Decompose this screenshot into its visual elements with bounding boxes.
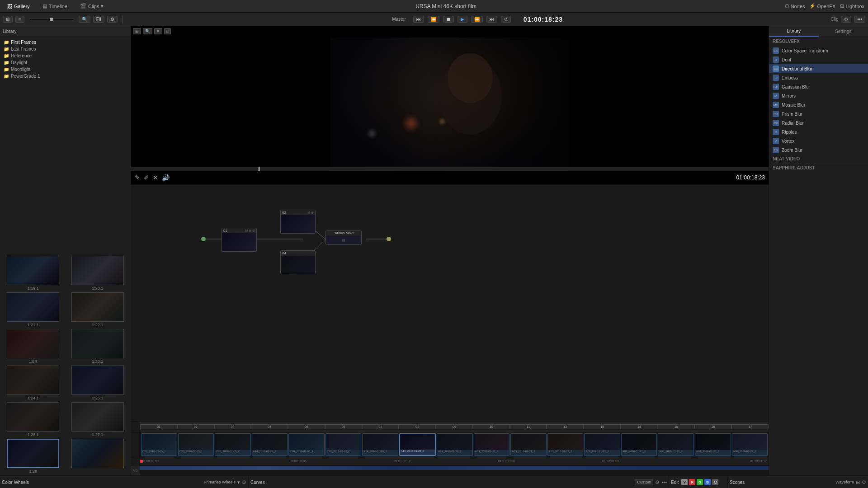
thumb-7[interactable]: 1:25.1	[66, 366, 129, 400]
node-01[interactable]: 01 M ⊕ ⊘	[222, 228, 257, 252]
clip-thumb-2[interactable]: C20_2016-02-05_C	[215, 433, 251, 456]
clip-thumb-14[interactable]: A08_2016-01-27_2	[658, 433, 694, 456]
viewer-mark-in[interactable]: ✎	[135, 174, 140, 181]
viewer-settings-button[interactable]: ⚙	[107, 16, 118, 23]
lightbox-button[interactable]: ⊞ Lightbox	[840, 3, 864, 9]
rfx-tab-library[interactable]: Library	[769, 26, 819, 37]
clip-thumb-10[interactable]: A03_2016-01-27_2	[510, 433, 547, 456]
clip-thumb-11[interactable]: A03_2016-01-27_2	[547, 433, 584, 456]
channel-all-button[interactable]: ⬡	[712, 479, 718, 485]
channel-b-button[interactable]: B	[704, 479, 711, 485]
search-button[interactable]: 🔍	[79, 16, 90, 23]
node-02[interactable]: 02 M ⊕	[280, 210, 316, 234]
thumb-9[interactable]: 1:27.1	[66, 402, 129, 437]
rfx-tab-settings[interactable]: Settings	[819, 26, 868, 37]
viewer-audio[interactable]: 🔊	[162, 174, 170, 181]
clip-thumb-9[interactable]: A03_2016-01-27_2	[474, 433, 510, 456]
scopes-layout-icon[interactable]: ⊞	[856, 479, 860, 485]
viewer-safe-zone[interactable]: □	[164, 28, 171, 34]
channel-y-button[interactable]: Y	[681, 479, 688, 485]
skip-fwd-button[interactable]: ⏭	[486, 16, 497, 23]
grid-view-button[interactable]: ⊞	[3, 16, 13, 23]
clip-thumb-13[interactable]: A08_2016-01-27_2	[621, 433, 657, 456]
thumb-6[interactable]: 1:24.1	[2, 366, 65, 400]
skip-back-button[interactable]: ⏮	[413, 16, 424, 23]
sidebar-item-last-frames[interactable]: 📁 Last Frames	[0, 46, 131, 52]
clip-thumb-8[interactable]: A14_2016-01-28_2	[437, 433, 473, 456]
viewer-delete-mark[interactable]: ✕	[153, 174, 158, 181]
rfx-item-zoom[interactable]: ZB Zoom Blur	[769, 145, 868, 155]
thumb-8[interactable]: 1:26.1	[2, 402, 65, 437]
rfx-item-vortex[interactable]: V Vortex	[769, 136, 868, 145]
clip-thumb-5[interactable]: C20_2016-02-05_C	[326, 433, 362, 456]
node-parallel-mixer[interactable]: Parallel Mixer ▤	[326, 230, 362, 245]
node-04[interactable]: 04	[280, 250, 316, 274]
next-frame-button[interactable]: ⏩	[471, 16, 483, 23]
channel-g-button[interactable]: G	[697, 479, 703, 485]
sidebar-item-powergrade[interactable]: 📁 PowerGrade 1	[0, 73, 131, 80]
rfx-item-mirrors[interactable]: M Mirrors	[769, 91, 868, 100]
openfx-button[interactable]: ⚡ OpenFX	[809, 3, 835, 9]
rfx-icon-zoom: ZB	[773, 147, 779, 153]
rfx-item-ripples[interactable]: R Ripples	[769, 127, 868, 136]
channel-r-button[interactable]: R	[689, 479, 695, 485]
sidebar-item-daylight[interactable]: 📁 Daylight	[0, 59, 131, 66]
rfx-item-radial[interactable]: RB Radial Blur	[769, 118, 868, 127]
cw-dropdown-icon[interactable]: ▾	[237, 479, 240, 485]
list-view-button[interactable]: ≡	[15, 16, 24, 23]
viewer-tool-zoom[interactable]: 🔍	[143, 28, 152, 34]
clip-thumb-4[interactable]: C20_2016-02-05_1	[288, 433, 325, 456]
sidebar-item-moonlight[interactable]: 📁 Moonlight	[0, 66, 131, 73]
rfx-item-directional-blur[interactable]: DB Directional Blur	[769, 64, 868, 73]
clip-thumb-0[interactable]: C20_2016-02-05_1	[141, 433, 177, 456]
clip-thumb-12[interactable]: A08_2016-01-27_2	[584, 433, 620, 456]
timeline-playhead-marker	[140, 460, 143, 463]
tab-gallery[interactable]: 🖼 Gallery	[4, 3, 33, 10]
clip-thumb-1[interactable]: C20_2016-02-05_1	[178, 433, 214, 456]
stop-button[interactable]: ⏹	[443, 16, 454, 23]
thumb-3[interactable]: 1:22.1	[66, 292, 129, 327]
sidebar-item-reference[interactable]: 📁 Reference	[0, 52, 131, 59]
rfx-item-prism[interactable]: PB Prism Blur	[769, 109, 868, 118]
clip-thumb-16[interactable]: A08_2016-01-27_2	[732, 433, 768, 456]
curves-more-icon[interactable]: •••	[661, 479, 667, 485]
curves-mode-label[interactable]: Custom	[635, 479, 653, 485]
nodes-button[interactable]: ⬡ Nodes	[785, 3, 805, 9]
tab-timeline[interactable]: ▤ Timeline	[39, 2, 71, 10]
loop-button[interactable]: ↺	[501, 16, 511, 23]
zoom-slider[interactable]	[29, 19, 74, 20]
more-options[interactable]: •••	[854, 16, 865, 23]
rfx-item-gaussian[interactable]: GB Gaussian Blur	[769, 82, 868, 91]
thumb-1[interactable]: 1:20.1	[66, 256, 129, 291]
rfx-item-dent[interactable]: D Dent	[769, 55, 868, 64]
tab-clips[interactable]: 🎬 Clips ▾	[76, 2, 107, 10]
clip-thumb-15[interactable]: A08_2016-01-27_2	[695, 433, 731, 456]
curves-settings-icon[interactable]: ⚙	[655, 479, 660, 485]
rfx-item-mosaic[interactable]: MB Mosaic Blur	[769, 100, 868, 109]
thumb-4[interactable]: 1:5R	[2, 329, 65, 364]
thumb-10[interactable]: 1:28	[2, 439, 65, 474]
clip-thumb-7-selected[interactable]: A14_2016-01-28_2	[399, 433, 436, 456]
rfx-item-cst[interactable]: CS Color Space Transform	[769, 46, 868, 55]
viewer-tool-close[interactable]: ✕	[154, 28, 162, 34]
clip-thumb-6[interactable]: A14_2016-01-28_2	[362, 433, 398, 456]
viewer-scrubber[interactable]	[131, 167, 769, 171]
resolve-fx-panel: Library Settings ResolveFX CS Color Spac…	[769, 26, 868, 475]
sidebar-item-first-frames[interactable]: 📁 First Frames	[0, 39, 131, 46]
thumb-0[interactable]: 1:19.1	[2, 256, 65, 291]
scopes-settings-icon[interactable]: ⚙	[862, 479, 866, 485]
playback-controls: Master ⏮ ⏪ ⏹ ▶ ⏩ ⏭ ↺ 01:00:18:23	[127, 16, 828, 23]
thumb-5[interactable]: 1:23.1	[66, 329, 129, 364]
clip-thumb-3[interactable]: A14_2016-01-28_2	[252, 433, 288, 456]
channel-buttons: Y R G B ⬡	[681, 479, 718, 485]
prev-frame-button[interactable]: ⏪	[428, 16, 439, 23]
fit-button[interactable]: Fit	[93, 16, 104, 23]
thumb-11[interactable]	[66, 439, 129, 474]
play-button[interactable]: ▶	[458, 16, 467, 23]
clip-settings[interactable]: ⚙	[841, 16, 851, 23]
rfx-item-emboss[interactable]: E Emboss	[769, 73, 868, 82]
viewer-tool-grid[interactable]: ⊞	[133, 28, 141, 34]
cw-settings-icon[interactable]: ⚙	[242, 479, 246, 485]
viewer-pencil[interactable]: ✐	[144, 174, 149, 181]
thumb-2[interactable]: 1:21.1	[2, 292, 65, 327]
